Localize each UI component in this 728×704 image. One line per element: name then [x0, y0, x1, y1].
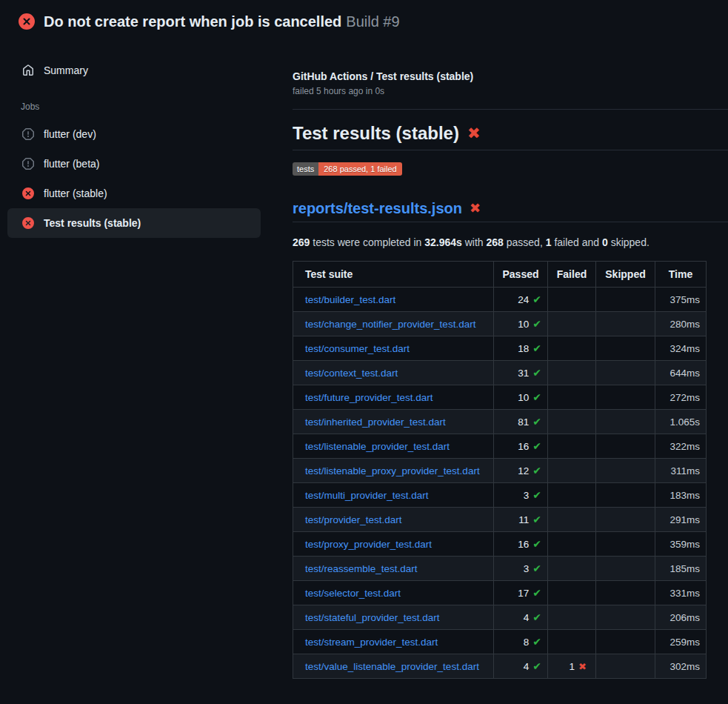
test-suite-link[interactable]: test/selector_test.dart [305, 588, 401, 599]
sidebar-item-flutter-dev[interactable]: flutter (dev) [7, 119, 261, 149]
sidebar-item-test-results-stable[interactable]: Test results (stable) [7, 208, 261, 238]
test-suite-link[interactable]: test/stream_provider_test.dart [305, 637, 438, 648]
check-icon: ✔ [532, 293, 541, 305]
time-cell: 206ms [655, 605, 707, 630]
table-row: test/reassemble_test.dart3✔185ms [293, 557, 707, 581]
table-row: test/selector_test.dart17✔331ms [293, 581, 707, 605]
test-suite-link[interactable]: test/consumer_test.dart [305, 343, 410, 354]
passed-cell: 8✔ [494, 630, 548, 654]
sidebar-item-flutter-beta[interactable]: flutter (beta) [7, 149, 261, 179]
test-suite-link[interactable]: test/context_test.dart [305, 368, 398, 379]
test-suite-link[interactable]: test/future_provider_test.dart [305, 392, 433, 403]
table-row: test/consumer_test.dart18✔324ms [293, 336, 707, 361]
test-suite-link[interactable]: test/multi_provider_test.dart [305, 490, 429, 501]
failed-cell [548, 385, 596, 410]
skipped-cell [596, 336, 655, 361]
check-icon: ✔ [532, 562, 541, 574]
suite-cell: test/reassemble_test.dart [293, 557, 494, 581]
total-count: 269 [293, 236, 310, 248]
passed-count: 4 [524, 612, 530, 623]
skipped-cell [596, 581, 655, 605]
skipped-cell [596, 605, 655, 630]
job-label: flutter (dev) [44, 128, 96, 140]
passed-cell: 24✔ [494, 288, 548, 312]
table-row: test/builder_test.dart24✔375ms [293, 288, 707, 312]
failed-cell [548, 557, 596, 581]
table-row: test/listenable_provider_test.dart16✔322… [293, 434, 707, 459]
test-suite-link[interactable]: test/change_notifier_provider_test.dart [305, 319, 475, 330]
passed-cell: 12✔ [494, 459, 548, 483]
test-suite-link[interactable]: test/reassemble_test.dart [305, 563, 418, 574]
x-circle-icon [19, 13, 35, 30]
skipped-cell [596, 630, 655, 654]
check-icon: ✔ [532, 342, 541, 354]
cross-mark-icon: ✖ [470, 199, 481, 217]
failed-cell [548, 581, 596, 605]
suite-cell: test/stream_provider_test.dart [293, 630, 494, 654]
skipped-cell [596, 410, 655, 434]
test-suite-link[interactable]: test/inherited_provider_test.dart [305, 416, 446, 428]
check-icon: ✔ [532, 367, 541, 379]
suite-cell: test/multi_provider_test.dart [293, 483, 494, 508]
passed-cell: 11✔ [494, 508, 548, 532]
time-cell: 302ms [655, 654, 707, 679]
test-suite-link[interactable]: test/listenable_proxy_provider_test.dart [305, 465, 480, 476]
passed-count: 17 [518, 588, 529, 599]
test-suite-link[interactable]: test/listenable_provider_test.dart [305, 441, 450, 452]
passed-count: 16 [518, 441, 529, 452]
table-row: test/listenable_proxy_provider_test.dart… [293, 459, 707, 483]
failed-count: 1 [546, 236, 552, 248]
section-title-text: Test results (stable) [293, 123, 459, 144]
passed-count: 31 [518, 368, 529, 379]
passed-cell: 10✔ [494, 385, 548, 410]
table-row: test/future_provider_test.dart10✔272ms [293, 385, 707, 410]
passed-cell: 17✔ [494, 581, 548, 605]
passed-count: 8 [524, 637, 530, 648]
failed-cell [548, 483, 596, 508]
summary-text: failed and [552, 236, 603, 248]
passed-count: 4 [524, 661, 530, 672]
passed-cell: 31✔ [494, 361, 548, 385]
badge-label: tests [293, 162, 318, 176]
sidebar-item-flutter-stable[interactable]: flutter (stable) [7, 179, 261, 208]
sidebar-item-summary[interactable]: Summary [7, 63, 281, 78]
test-suite-link[interactable]: test/proxy_provider_test.dart [305, 539, 432, 550]
test-suite-link[interactable]: test/provider_test.dart [305, 514, 402, 525]
passed-count: 18 [518, 343, 529, 354]
passed-cell: 10✔ [494, 312, 548, 336]
job-label: flutter (stable) [44, 187, 107, 199]
table-row: test/inherited_provider_test.dart81✔1.06… [293, 410, 707, 434]
passed-cell: 16✔ [494, 532, 548, 557]
check-icon: ✔ [532, 538, 541, 550]
x-circle-icon [22, 187, 34, 199]
time-cell: 324ms [655, 336, 707, 361]
suite-cell: test/listenable_provider_test.dart [293, 434, 494, 459]
table-row: test/change_notifier_provider_test.dart1… [293, 312, 707, 336]
passed-cell: 3✔ [494, 483, 548, 508]
time-cell: 331ms [655, 581, 707, 605]
report-file-link[interactable]: reports/test-results.json [293, 199, 462, 217]
table-row: test/proxy_provider_test.dart16✔359ms [293, 532, 707, 557]
passed-count: 3 [524, 490, 530, 501]
skipped-count: 0 [602, 236, 608, 248]
failed-cell [548, 508, 596, 532]
run-header: Do not create report when job is cancell… [0, 0, 728, 44]
summary-line: 269 tests were completed in 32.964s with… [293, 236, 728, 248]
column-header-test-suite: Test suite [293, 262, 494, 288]
test-suite-link[interactable]: test/builder_test.dart [305, 294, 395, 305]
stop-icon [22, 158, 34, 170]
build-number: Build #9 [346, 13, 399, 30]
failed-cell [548, 532, 596, 557]
passed-count: 268 [487, 236, 504, 248]
failed-cell [548, 410, 596, 434]
check-icon: ✔ [532, 440, 541, 452]
test-suite-link[interactable]: test/stateful_provider_test.dart [305, 612, 440, 623]
run-title-text: Do not create report when job is cancell… [44, 13, 341, 30]
suite-cell: test/consumer_test.dart [293, 336, 494, 361]
suite-cell: test/listenable_proxy_provider_test.dart [293, 459, 494, 483]
test-suite-link[interactable]: test/value_listenable_provider_test.dart [305, 661, 479, 672]
section-title: Test results (stable) ✖ [293, 123, 728, 150]
table-row: test/value_listenable_provider_test.dart… [293, 654, 707, 679]
passed-cell: 81✔ [494, 410, 548, 434]
job-list: flutter (dev)flutter (beta)flutter (stab… [0, 119, 281, 238]
